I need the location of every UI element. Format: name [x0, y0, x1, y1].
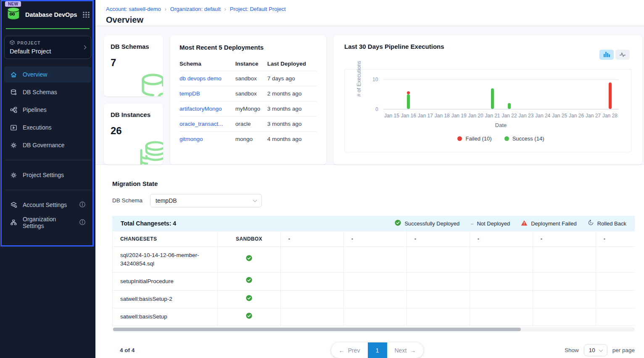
bar-chart-toggle[interactable]	[599, 50, 614, 60]
x-tick-label: Jan 20	[467, 113, 484, 119]
chart-plot-box: # of Executions 10 0 Jan 15Jan 16Jan 17J…	[344, 69, 631, 152]
chart-title: Last 30 Days Pipeline Executions	[344, 43, 444, 50]
success-check-icon	[246, 296, 252, 302]
sidebar-item-db-governance[interactable]: DB Governance	[4, 137, 91, 153]
breadcrumb-link[interactable]: Organization: default	[170, 6, 221, 12]
x-tick-label: Jan 24	[534, 113, 551, 119]
horizontal-scrollbar[interactable]	[112, 327, 635, 331]
pagination-row: 4 of 4 ← Prev 1 Next → Show 10	[112, 342, 635, 358]
stat-value: 7	[111, 57, 156, 69]
organization-settings-icon	[10, 219, 18, 227]
app-grid-icon[interactable]	[83, 12, 90, 18]
sidebar-item-project-settings[interactable]: Project Settings	[4, 167, 91, 183]
success-bar	[491, 88, 494, 109]
sidebar-item-account-settings[interactable]: Account Settings	[4, 197, 91, 213]
sidebar-item-db-schemas[interactable]: DB Schemas	[4, 84, 91, 100]
legend-dot-icon	[504, 136, 509, 141]
changesets-column-header: SANDBOX	[218, 231, 281, 247]
deployments-table: SchemaInstanceLast Deployeddb devops dem…	[179, 57, 317, 146]
total-changesets-label: Total Changesets: 4	[121, 220, 176, 227]
x-tick-label: Jan 16	[400, 113, 417, 119]
x-tick-label: Jan 15	[383, 113, 400, 119]
page-1-button[interactable]: 1	[368, 342, 387, 358]
chart-x-axis-labels: Jan 15Jan 16Jan 17Jan 18Jan 19Jan 20Jan …	[383, 113, 618, 119]
chevron-down-icon	[253, 198, 257, 202]
schema-link[interactable]: db devops demo	[179, 75, 222, 82]
schema-link[interactable]: oracle_transact...	[179, 121, 223, 127]
stat-title: DB Instances	[111, 111, 156, 118]
info-icon[interactable]	[79, 201, 86, 209]
sidebar-item-executions[interactable]: Executions	[4, 119, 91, 135]
failed-bar	[407, 91, 410, 94]
x-tick-label: Jan 26	[568, 113, 585, 119]
deployments-column-header: Last Deployed	[267, 57, 317, 71]
status-legend-item: –Not Deployed	[470, 220, 510, 227]
breadcrumb-link[interactable]: Account: satwell-demo	[106, 6, 161, 12]
page-size-select[interactable]: 10	[584, 344, 607, 356]
x-tick-label: Jan 22	[501, 113, 517, 119]
sidebar-divider	[4, 160, 91, 160]
x-tick-label: Jan 21	[484, 113, 501, 119]
page-size-value: 10	[589, 347, 595, 353]
deployment-row: gitmongomongo4 months ago	[179, 131, 317, 146]
pipeline-executions-card: Last 30 Days Pipeline Executions	[333, 35, 642, 164]
recent-deployments-card: Most Recent 5 Deployments SchemaInstance…	[170, 35, 326, 164]
chart-legend-item[interactable]: Failed (10)	[457, 135, 491, 142]
sidebar-item-organization-settings[interactable]: Organization Settings	[4, 215, 91, 231]
sidebar-nav-primary: OverviewDB SchemasPipelinesExecutionsDB …	[0, 66, 95, 153]
schema-link[interactable]: tempDB	[179, 90, 200, 97]
app-title: Database DevOps	[25, 11, 79, 18]
breadcrumb: Account: satwell-demo›Organization: defa…	[106, 6, 644, 12]
status-legend-item: Rolled Back	[588, 220, 626, 227]
breadcrumb-link[interactable]: Project: Default Project	[230, 6, 286, 12]
row-count-text: 4 of 4	[112, 347, 331, 353]
schema-link[interactable]: gitmongo	[179, 136, 203, 142]
breadcrumb-separator: ›	[221, 6, 230, 12]
deployment-row: oracle_transact...oracle3 months ago	[179, 116, 317, 131]
scrollbar-thumb[interactable]	[113, 328, 521, 331]
project-selector[interactable]: PROJECT Default Project	[4, 36, 91, 59]
x-tick-label: Jan 25	[551, 113, 568, 119]
changesets-column-header: -	[470, 231, 533, 247]
changesets-column-header: -	[344, 231, 407, 247]
page-title: Overview	[106, 15, 644, 25]
chart-legend: Failed (10)Success (14)	[383, 135, 618, 142]
changesets-table-wrap: CHANGESETSSANDBOX------sql/2024-10-14-12…	[112, 231, 635, 326]
success-check-icon	[395, 220, 401, 227]
info-icon[interactable]	[79, 219, 86, 227]
chart-legend-item[interactable]: Success (14)	[504, 135, 544, 142]
schema-link[interactable]: artifactoryMongo	[179, 106, 222, 112]
chart-type-toggles	[599, 50, 630, 60]
account-settings-icon	[10, 201, 18, 209]
breadcrumb-separator: ›	[161, 6, 170, 12]
success-check-icon	[246, 314, 252, 320]
sidebar-item-overview[interactable]: Overview	[4, 66, 91, 82]
db-schema-select[interactable]: tempDB	[150, 194, 262, 207]
page-header: Account: satwell-demo›Organization: defa…	[95, 0, 644, 26]
line-chart-toggle[interactable]	[615, 50, 630, 60]
changesets-column-header: -	[407, 231, 470, 247]
db-schemas-icon	[10, 88, 18, 96]
sidebar-item-pipelines[interactable]: Pipelines	[4, 102, 91, 118]
sidebar-nav-account: Account SettingsOrganization Settings	[0, 197, 95, 231]
chart-y-axis-label: # of Executions	[356, 56, 362, 101]
header-divider	[6, 28, 90, 29]
status-legend-item: Deployment Failed	[521, 220, 576, 227]
next-page-button[interactable]: Next →	[387, 342, 424, 358]
show-label: Show	[565, 347, 579, 353]
overview-cards-band: DB Schemas 7 DB Instances 26	[95, 26, 644, 165]
db-schemas-card: DB Schemas 7	[104, 35, 163, 96]
deployment-row: artifactoryMongomyMongo3 months ago	[179, 101, 317, 116]
deployment-row: tempDBsandbox2 months ago	[179, 86, 317, 101]
prev-page-button[interactable]: ← Prev	[331, 342, 368, 358]
failed-triangle-icon	[521, 220, 528, 227]
app-logo-icon	[6, 7, 21, 23]
changeset-row: satwell:basisSetup	[113, 308, 635, 326]
project-name: Default Project	[10, 48, 51, 55]
db-schema-selected-value: tempDB	[156, 197, 177, 204]
sidebar-divider	[4, 190, 91, 190]
changeset-name: satwell:basisSetup	[113, 308, 218, 326]
changeset-name: setupInitialProcedure	[113, 273, 218, 290]
status-legend: Successfully Deployed–Not DeployedDeploy…	[395, 220, 626, 227]
x-tick-label: Jan 19	[451, 113, 467, 119]
